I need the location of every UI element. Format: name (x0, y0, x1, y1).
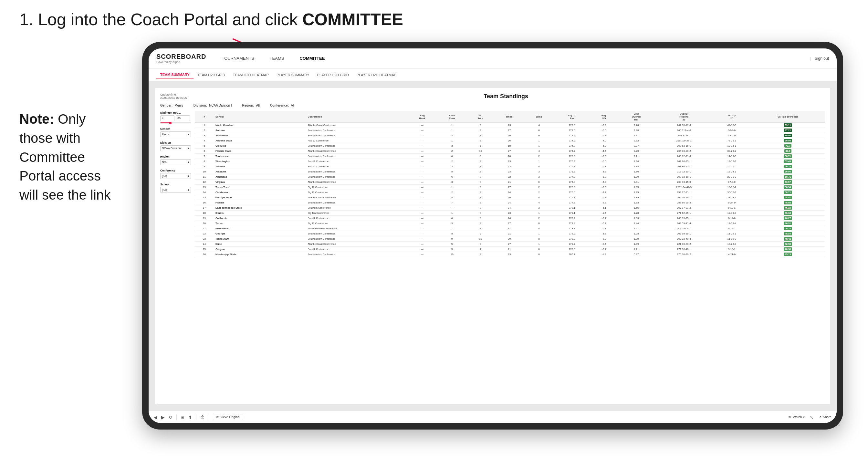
cell-avg-sg: -1.4 (590, 211, 618, 216)
sub-nav-team-h2h-heatmap[interactable]: TEAM H2H HEATMAP (229, 72, 273, 78)
cell-vs-top25: 79-25-1 (713, 138, 751, 144)
cell-vs-top25: 30-4-0 (713, 128, 751, 133)
table-row: 20 Texas Big 12 Conference — 3 8 27 8 27… (195, 221, 825, 226)
rounds-slider-thumb[interactable] (169, 122, 172, 124)
cell-adj-to-par: 279.1 (554, 211, 590, 216)
nav-tournaments[interactable]: TOURNAMENTS (219, 55, 256, 62)
cell-rnds: 21 (494, 231, 524, 237)
cell-overall-record: 265 76-26-1 (655, 195, 713, 200)
clock-icon[interactable]: ⏱ (200, 415, 205, 420)
cell-avg-sg: -6.2 (590, 195, 618, 200)
cell-conf-rank: 2 (437, 133, 467, 138)
sign-out-area: | Sign out (810, 56, 829, 61)
gender-ctrl-label: Gender (160, 127, 191, 130)
cell-rank: 21 (195, 226, 214, 231)
division-select[interactable]: NCAA Division I ▾ (160, 145, 191, 151)
cell-conference: Southeastern Conference (306, 200, 407, 206)
min-rounds-max[interactable]: 30 (176, 115, 190, 121)
sub-nav-player-summary[interactable]: PLAYER SUMMARY (273, 72, 313, 78)
cell-overall-record: 266 59-39-1 (655, 231, 713, 237)
rounds-slider-fill (160, 122, 169, 123)
cell-school: Oklahoma (214, 190, 306, 195)
expand-icon[interactable]: ⤡ (810, 415, 814, 420)
view-original-button[interactable]: 👁 View: Original (213, 414, 243, 420)
cell-rank: 6 (195, 149, 214, 154)
cell-no-tour: 7 (467, 231, 494, 237)
cell-rnds: 22 (494, 175, 524, 180)
cell-avg-sg: -5.0 (590, 144, 618, 149)
sub-nav-team-h2h-grid[interactable]: TEAM H2H GRID (193, 72, 229, 78)
cell-reg-rank: — (407, 180, 437, 185)
cell-rnds: 26 (494, 195, 524, 200)
col-rank: # (195, 111, 214, 123)
cell-rnds: 27 (494, 221, 524, 226)
cell-rank: 9 (195, 164, 214, 169)
cell-vs-top25: 4-21-0 (713, 252, 751, 257)
cell-adj-to-par: 280.7 (554, 252, 590, 257)
school-ctrl-label: School (160, 183, 191, 186)
watch-button[interactable]: 👁 Watch ▾ (788, 415, 805, 419)
forward-icon[interactable]: ▶ (161, 415, 165, 420)
gender-select[interactable]: Men's ▾ (160, 131, 191, 137)
cell-school: Arkansas (214, 175, 306, 180)
cell-rank: 11 (195, 175, 214, 180)
cell-overall-record: 215 109-24-2 (655, 226, 713, 231)
col-school: School (214, 111, 306, 123)
rounds-slider-track[interactable] (160, 122, 191, 123)
sub-nav-player-h2h-heatmap[interactable]: PLAYER H2H HEATMAP (353, 72, 400, 78)
cell-adj-to-par: 279.2 (554, 231, 590, 237)
cell-no-tour: 9 (467, 226, 494, 231)
nav-committee[interactable]: COMMITTEE (297, 55, 327, 62)
cell-school: East Tennessee State (214, 206, 306, 211)
cell-vs-top50: 60.94 (751, 169, 825, 175)
cell-reg-rank: — (407, 237, 437, 242)
standings-table-container: # School Conference RegRank ConfRank NoT… (195, 111, 825, 399)
cell-overall-record: 262 86-25-1 (655, 159, 713, 164)
cell-reg-rank: — (407, 231, 437, 237)
panel-top: Update time: 27/03/2024 16:56:26 Team St… (160, 93, 825, 100)
share-button[interactable]: ↗ Share (819, 415, 832, 419)
cell-no-tour: 9 (467, 200, 494, 206)
back-icon[interactable]: ◀ (154, 415, 157, 420)
table-row: 26 Mississippi State Southeastern Confer… (195, 252, 825, 257)
cell-adj-to-par: 275.9 (554, 154, 590, 159)
cell-rnds: 31 (494, 226, 524, 231)
sub-nav-team-summary[interactable]: TEAM SUMMARY (156, 71, 193, 79)
conference-select[interactable]: (All) ▾ (160, 173, 191, 179)
sub-nav-player-h2h-grid[interactable]: PLAYER H2H GRID (313, 72, 353, 78)
cell-low-rd: 2.52 (618, 138, 655, 144)
cell-school: Mississippi State (214, 252, 306, 257)
sign-out-button[interactable]: Sign out (815, 56, 829, 61)
school-select[interactable]: (All) ▾ (160, 187, 191, 193)
cell-conference: Atlantic Coast Conference (306, 195, 407, 200)
cell-reg-rank: — (407, 195, 437, 200)
col-vs-top25: Vs Top25 (713, 111, 751, 123)
toolbar-divider-3 (209, 414, 209, 420)
cell-low-rd: 1.53 (618, 216, 655, 221)
cell-conf-rank: 3 (437, 221, 467, 226)
cell-avg-sg: -3.8 (590, 175, 618, 180)
region-select[interactable]: N/A ▾ (160, 159, 191, 165)
view-original-label: View: Original (220, 415, 240, 419)
table-row: 16 Florida Southeastern Conference — 7 9… (195, 200, 825, 206)
cell-reg-rank: — (407, 216, 437, 221)
cell-avg-sg: -6.1 (590, 164, 618, 169)
share2-icon[interactable]: ⬆ (188, 415, 192, 420)
cell-rnds: 23 (494, 159, 524, 164)
sub-nav: TEAM SUMMARY TEAM H2H GRID TEAM H2H HEAT… (149, 68, 837, 82)
cell-wins: 4 (524, 123, 553, 128)
cell-vs-top50: 68.71 (751, 154, 825, 159)
bookmark-icon[interactable]: ⊞ (181, 415, 184, 420)
cell-vs-top50: 60.71 (751, 175, 825, 180)
refresh-icon[interactable]: ↻ (168, 415, 173, 420)
nav-teams[interactable]: TEAMS (267, 55, 287, 62)
cell-low-rd: 2.01 (618, 180, 655, 185)
cell-low-rd: 2.88 (618, 128, 655, 133)
cell-rnds: 23 (494, 252, 524, 257)
min-rounds-min[interactable]: 4 (160, 115, 175, 121)
cell-conf-rank: 10 (437, 252, 467, 257)
cell-wins: 4 (524, 164, 553, 169)
cell-reg-rank: — (407, 247, 437, 252)
table-row: 10 Alabama Southeastern Conference — 5 8… (195, 169, 825, 175)
cell-no-tour: 8 (467, 195, 494, 200)
